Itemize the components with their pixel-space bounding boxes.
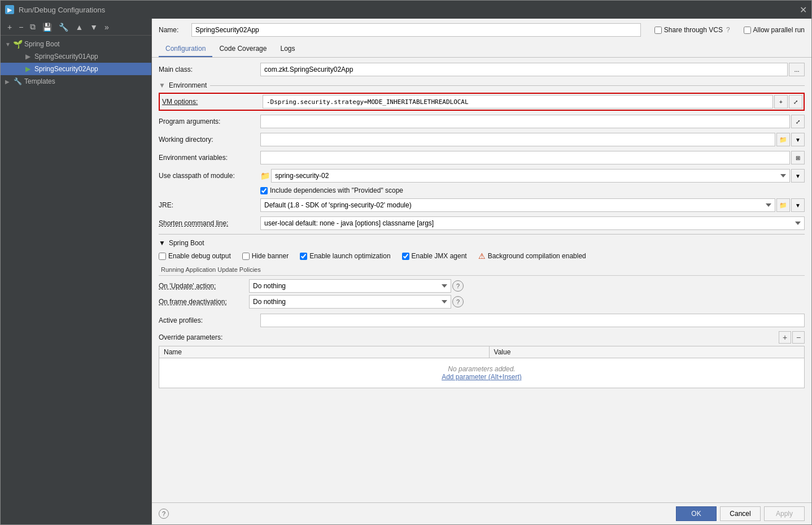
sidebar-item-springsecurity01[interactable]: ▶ SpringSecurity01App xyxy=(1,50,151,63)
springboot-group[interactable]: ▼ 🌱 Spring Boot xyxy=(1,38,151,50)
app-icon: ▶ xyxy=(5,5,14,14)
more-button[interactable]: » xyxy=(102,21,111,33)
module-folder-icon: 📁 xyxy=(260,171,270,180)
bottom-left: ? xyxy=(159,509,169,519)
params-empty-row: No parameters added. Add parameter (Alt+… xyxy=(159,358,805,388)
jre-chevron-button[interactable]: ▼ xyxy=(791,198,805,212)
shorten-cmd-label: Shorten command line: xyxy=(159,219,260,227)
enable-launch-checkbox[interactable] xyxy=(300,253,307,260)
env-vars-input[interactable] xyxy=(260,151,790,164)
config-tabs: Configuration Code Coverage Logs xyxy=(152,41,811,58)
params-remove-button[interactable]: − xyxy=(792,331,805,344)
classpath-label: Use classpath of module: xyxy=(159,172,260,180)
section-divider-2 xyxy=(159,234,805,235)
on-frame-select[interactable]: Do nothing xyxy=(249,295,451,309)
classpath-chevron-button[interactable]: ▼ xyxy=(791,169,805,183)
tab-logs[interactable]: Logs xyxy=(273,41,302,57)
name-input[interactable] xyxy=(191,23,641,37)
add-config-button[interactable]: + xyxy=(5,21,14,33)
include-deps-row: Include dependencies with "Provided" sco… xyxy=(260,186,805,194)
main-class-input[interactable] xyxy=(260,63,788,76)
move-down-button[interactable]: ▼ xyxy=(88,21,100,33)
tab-configuration[interactable]: Configuration xyxy=(159,41,212,57)
jre-browse-button[interactable]: 📁 xyxy=(776,198,790,212)
main-panel: Name: Share through VCS ? Allow parallel… xyxy=(152,19,811,524)
working-dir-field: 📁 ▼ xyxy=(260,133,805,146)
section-divider xyxy=(210,85,805,86)
remove-config-button[interactable]: − xyxy=(16,21,25,33)
sidebar-item-label: SpringSecurity01App xyxy=(34,53,98,60)
copy-config-button[interactable]: ⧉ xyxy=(28,21,38,33)
expand-icon: ▼ xyxy=(5,41,12,47)
override-params-label: Override parameters: xyxy=(159,333,222,341)
working-dir-row: Working directory: 📁 ▼ xyxy=(159,132,805,147)
settings-button[interactable]: 🔧 xyxy=(56,21,71,33)
env-vars-copy-button[interactable]: ⊞ xyxy=(791,151,805,164)
share-vcs-label: Share through VCS xyxy=(664,26,723,34)
enable-debug-label: Enable debug output xyxy=(168,252,231,260)
hide-banner-option: Hide banner xyxy=(242,252,289,260)
enable-jmx-label: Enable JMX agent xyxy=(412,252,467,260)
sidebar-item-templates[interactable]: ▶ 🔧 Templates xyxy=(1,75,151,88)
tab-code-coverage[interactable]: Code Coverage xyxy=(212,41,273,57)
share-vcs-help-icon[interactable]: ? xyxy=(726,26,730,34)
vm-options-add-button[interactable]: + xyxy=(774,95,788,109)
params-table: Name Value No parameters added. Add para… xyxy=(159,346,805,388)
help-button[interactable]: ? xyxy=(159,509,169,519)
program-args-input[interactable] xyxy=(260,115,790,128)
enable-launch-label: Enable launch optimization xyxy=(309,252,390,260)
on-update-select[interactable]: Do nothing xyxy=(249,279,451,293)
add-param-link[interactable]: Add parameter (Alt+Insert) xyxy=(442,373,522,381)
enable-jmx-checkbox[interactable] xyxy=(402,253,409,260)
save-config-button[interactable]: 💾 xyxy=(40,21,54,33)
templates-label: Templates xyxy=(24,77,55,85)
program-args-field: ⤢ xyxy=(260,115,805,128)
override-params-section: Override parameters: + − Name Value xyxy=(159,331,805,388)
share-vcs-option: Share through VCS ? xyxy=(654,26,730,34)
on-frame-help-button[interactable]: ? xyxy=(452,296,464,307)
vm-options-row: VM options: + ⤢ xyxy=(159,93,805,111)
shorten-cmd-select-wrap: user-local default: none - java [options… xyxy=(260,216,805,230)
on-frame-select-wrap: Do nothing ? xyxy=(249,295,464,309)
close-button[interactable]: ✕ xyxy=(800,5,807,15)
program-args-row: Program arguments: ⤢ xyxy=(159,114,805,129)
working-dir-browse-button[interactable]: 📁 xyxy=(776,133,790,146)
shorten-cmd-row: Shorten command line: user-local default… xyxy=(159,216,805,231)
sidebar-item-springsecurity02[interactable]: ▶ SpringSecurity02App xyxy=(1,63,151,75)
program-args-label: Program arguments: xyxy=(159,118,260,125)
parallel-run-checkbox[interactable] xyxy=(744,27,751,34)
springboot-collapse-icon[interactable]: ▼ xyxy=(159,239,165,247)
on-update-help-button[interactable]: ? xyxy=(452,280,464,292)
ok-button[interactable]: OK xyxy=(676,506,717,521)
working-dir-input[interactable] xyxy=(260,133,775,146)
shorten-cmd-select[interactable]: user-local default: none - java [options… xyxy=(260,216,805,230)
classpath-row: Use classpath of module: 📁 spring-securi… xyxy=(159,168,805,183)
enable-jmx-option: Enable JMX agent xyxy=(402,252,467,260)
vm-options-input[interactable] xyxy=(263,95,773,109)
main-class-browse-button[interactable]: ... xyxy=(789,63,805,76)
working-dir-chevron-button[interactable]: ▼ xyxy=(791,133,805,146)
enable-debug-option: Enable debug output xyxy=(159,252,231,260)
share-vcs-checkbox[interactable] xyxy=(654,27,662,34)
run-debug-dialog: ▶ Run/Debug Configurations ✕ + − ⧉ 💾 🔧 ▲… xyxy=(0,0,812,525)
vm-options-expand-button[interactable]: ⤢ xyxy=(789,95,802,109)
move-up-button[interactable]: ▲ xyxy=(73,21,85,33)
active-profiles-input[interactable] xyxy=(260,314,805,327)
table-controls: + − xyxy=(779,331,805,344)
program-args-expand-button[interactable]: ⤢ xyxy=(791,115,805,128)
window-title: Run/Debug Configurations xyxy=(19,6,105,14)
table-header-row: Override parameters: + − xyxy=(159,331,805,344)
config-form: Main class: ... ▼ Environment VM options… xyxy=(152,58,811,502)
collapse-icon[interactable]: ▼ xyxy=(159,81,165,89)
jre-select[interactable]: Default (1.8 - SDK of 'spring-security-0… xyxy=(260,198,775,212)
params-add-button[interactable]: + xyxy=(779,331,791,344)
warning-icon: ⚠ xyxy=(478,251,486,261)
apply-button[interactable]: Apply xyxy=(764,506,805,521)
hide-banner-checkbox[interactable] xyxy=(242,253,250,260)
enable-debug-checkbox[interactable] xyxy=(159,253,166,260)
main-class-field: ... xyxy=(260,63,805,76)
cancel-button[interactable]: Cancel xyxy=(720,506,761,521)
classpath-module-select[interactable]: spring-security-02 xyxy=(271,169,790,183)
include-deps-checkbox[interactable] xyxy=(260,187,268,194)
hide-banner-label: Hide banner xyxy=(252,252,289,260)
